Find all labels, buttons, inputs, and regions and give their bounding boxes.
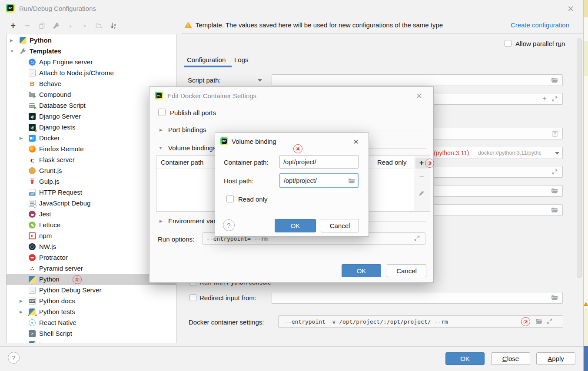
allow-parallel-run-checkbox[interactable] bbox=[505, 40, 512, 47]
environment-variables-list-icon[interactable] bbox=[551, 130, 558, 137]
footer-divider bbox=[0, 346, 583, 347]
interpreter-caret-icon[interactable] bbox=[555, 152, 560, 155]
edit-templates-button[interactable] bbox=[52, 21, 60, 30]
volume-dialog-cancel-button[interactable]: Cancel bbox=[321, 219, 359, 232]
docker-settings-expand-icon[interactable] bbox=[546, 318, 552, 324]
tab-configuration[interactable]: Configuration bbox=[187, 56, 226, 63]
django-server-icon: dj bbox=[29, 113, 36, 120]
script-path-browse-folder-icon[interactable] bbox=[551, 77, 558, 83]
lettuce-icon bbox=[29, 222, 36, 229]
pyramid-icon: ∴ bbox=[29, 265, 36, 272]
tree-item-tox[interactable]: tox bbox=[7, 339, 176, 343]
banner-divider bbox=[182, 33, 583, 34]
docker-icon bbox=[29, 135, 36, 142]
database-script-icon bbox=[29, 102, 36, 109]
add-configuration-button[interactable]: + bbox=[9, 21, 17, 30]
docker-settings-field[interactable] bbox=[278, 315, 563, 328]
new-folder-button[interactable] bbox=[95, 21, 103, 30]
environment-variables-chevron-right-icon[interactable]: ▶ bbox=[159, 219, 163, 223]
tree-item-label: Django Server bbox=[39, 113, 81, 120]
close-button[interactable]: Close bbox=[491, 352, 530, 365]
tree-item-label: tox bbox=[39, 341, 48, 343]
remove-volume-button[interactable]: − bbox=[417, 172, 426, 181]
chevron-right-icon[interactable]: ▶ bbox=[20, 310, 23, 314]
move-up-button[interactable]: ▲ bbox=[66, 21, 75, 30]
apply-button[interactable]: Apply bbox=[536, 352, 575, 365]
docker-dialog-close-icon[interactable]: × bbox=[416, 91, 422, 101]
container-path-input[interactable] bbox=[280, 156, 358, 168]
read-only-checkbox[interactable] bbox=[226, 195, 234, 202]
window-close-icon[interactable]: × bbox=[568, 3, 574, 14]
host-path-folder-icon[interactable] bbox=[348, 178, 355, 184]
working-directory-folder-icon[interactable] bbox=[551, 188, 558, 194]
run-options-expand-icon[interactable] bbox=[414, 235, 420, 241]
tree-item-python-tests[interactable]: ▶Python tests bbox=[7, 307, 176, 318]
docker-settings-input[interactable] bbox=[279, 316, 563, 327]
redirect-input-input[interactable] bbox=[272, 292, 562, 303]
tree-item-app-engine-server[interactable]: App Engine server bbox=[7, 57, 176, 68]
tree-item-react-native[interactable]: React Native bbox=[7, 318, 176, 328]
sort-configurations-button[interactable]: az bbox=[109, 21, 118, 30]
tree-item-python-debug-server[interactable]: →Python Debug Server bbox=[7, 285, 176, 296]
host-path-field[interactable] bbox=[279, 173, 359, 188]
volume-dialog-close-icon[interactable]: × bbox=[353, 137, 359, 146]
redirect-input-field[interactable] bbox=[272, 292, 563, 304]
tab-logs[interactable]: Logs bbox=[234, 56, 249, 63]
redirect-input-folder-icon[interactable] bbox=[551, 295, 558, 301]
container-path-label: Container path: bbox=[224, 159, 269, 166]
tree-item-label: Lettuce bbox=[39, 221, 60, 229]
interpreter-options-expand-icon[interactable] bbox=[551, 169, 558, 175]
chevron-right-icon[interactable]: ▶ bbox=[20, 299, 23, 303]
nwjs-icon bbox=[29, 243, 36, 250]
tree-item-label: Gulp.js bbox=[39, 178, 60, 185]
port-bindings-chevron-right-icon[interactable]: ▶ bbox=[159, 128, 163, 132]
tree-item-label: Docker bbox=[39, 134, 60, 142]
volume-dialog-ok-button[interactable]: OK bbox=[275, 219, 316, 232]
scrollbar[interactable] bbox=[577, 38, 582, 278]
script-path-field[interactable] bbox=[272, 74, 563, 86]
chevron-down-icon[interactable]: ▼ bbox=[10, 50, 14, 53]
docker-dialog-ok-button[interactable]: OK bbox=[342, 264, 381, 277]
script-path-label: Script path: bbox=[188, 76, 221, 84]
python-tests-icon bbox=[29, 308, 36, 315]
redirect-input-checkbox[interactable] bbox=[189, 294, 196, 301]
tree-item-python[interactable]: ▶Python bbox=[7, 35, 176, 46]
move-down-button[interactable]: ▼ bbox=[80, 21, 89, 30]
script-path-caret-icon[interactable] bbox=[257, 79, 262, 82]
allow-parallel-run-label: Allow parallel run bbox=[515, 40, 565, 47]
docker-dialog-cancel-button[interactable]: Cancel bbox=[387, 264, 426, 277]
shell-script-icon: > bbox=[29, 330, 36, 337]
tree-item-shell-script[interactable]: >Shell Script bbox=[7, 328, 176, 339]
docker-settings-label: Docker container settings: bbox=[189, 318, 264, 326]
tree-item-attach-to-node-js-chrome[interactable]: Attach to Node.js/Chrome bbox=[7, 68, 176, 79]
tree-item-templates[interactable]: ▼Templates bbox=[7, 46, 176, 57]
remove-configuration-button[interactable]: − bbox=[23, 21, 32, 30]
flask-icon: ς bbox=[29, 156, 36, 163]
background-window-strip bbox=[583, 0, 588, 371]
create-configuration-link[interactable]: Create configuration bbox=[511, 21, 569, 29]
copy-configuration-button[interactable] bbox=[37, 21, 46, 30]
tree-item-label: Templates bbox=[30, 47, 61, 55]
parameters-expand-icon[interactable] bbox=[551, 96, 558, 102]
ok-button[interactable]: OK bbox=[445, 352, 485, 365]
tree-item-label: Attach to Node.js/Chrome bbox=[39, 69, 114, 76]
edit-volume-button[interactable] bbox=[418, 190, 425, 197]
host-path-input[interactable] bbox=[280, 174, 358, 187]
path-mappings-folder-icon[interactable] bbox=[551, 207, 558, 213]
chevron-right-icon[interactable]: ▶ bbox=[20, 136, 23, 140]
volume-dialog-help-button[interactable]: ? bbox=[223, 219, 235, 231]
docker-settings-folder-icon[interactable] bbox=[535, 318, 542, 324]
parameters-add-icon[interactable]: + bbox=[541, 94, 548, 103]
python-icon bbox=[20, 37, 27, 44]
help-button[interactable]: ? bbox=[8, 352, 20, 364]
publish-all-ports-checkbox[interactable] bbox=[158, 109, 166, 116]
run-debug-configurations-window: Run/Debug Configurations × +−▲▼az ▶Pytho… bbox=[0, 0, 588, 371]
script-path-input[interactable] bbox=[272, 75, 562, 86]
window-title: Run/Debug Configurations bbox=[19, 5, 96, 12]
container-path-field[interactable] bbox=[279, 155, 359, 169]
volume-bindings-chevron-down-icon[interactable]: ▼ bbox=[159, 146, 163, 150]
attach-node-icon bbox=[29, 70, 36, 76]
tree-item-python-docs[interactable]: ▶RSTPython docs bbox=[7, 296, 176, 307]
chevron-right-icon[interactable]: ▶ bbox=[10, 39, 13, 43]
python-docs-icon: RST bbox=[29, 298, 36, 305]
